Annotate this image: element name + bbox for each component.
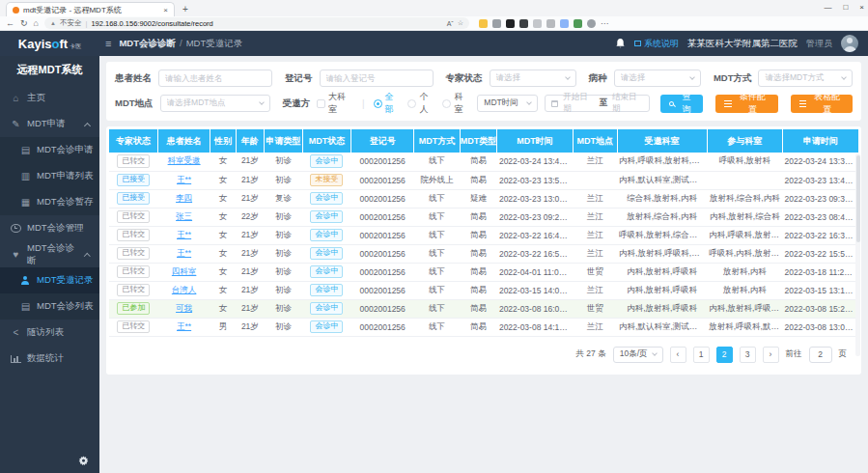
- patient-name-link[interactable]: 科室受邀: [168, 155, 201, 165]
- extension-icon[interactable]: [519, 19, 528, 28]
- radio-icon: [374, 99, 382, 108]
- date-range-picker[interactable]: 开始日期 至 结束日期: [545, 95, 651, 112]
- sidebar-item[interactable]: ▤MDT会诊列表: [0, 293, 99, 320]
- patient-name-input[interactable]: [158, 70, 272, 87]
- minimize-window-button[interactable]: —: [824, 3, 831, 12]
- close-window-button[interactable]: ×: [859, 3, 864, 12]
- bell-icon[interactable]: [615, 38, 626, 49]
- patient-name-link[interactable]: 王**: [177, 321, 191, 331]
- sidebar-item[interactable]: MDT受邀记录: [0, 267, 99, 293]
- sidebar-item[interactable]: ▤MDT会诊申请: [0, 137, 99, 163]
- patient-name-link[interactable]: 王**: [177, 230, 191, 239]
- sidebar-item[interactable]: <随访列表: [0, 320, 99, 346]
- radio-dept[interactable]: 科室: [442, 91, 470, 116]
- sidebar-item[interactable]: ✎MDT申请: [0, 111, 99, 137]
- radio-personal[interactable]: 个人: [407, 91, 435, 116]
- url-text: 192.168.0.156:9002/consultate/record: [91, 19, 442, 28]
- extension-icon[interactable]: [533, 19, 542, 28]
- browser-tab-strip: mdt受邀记录 - 远程MDT系统 × + —□×: [0, 0, 868, 16]
- time-type-select[interactable]: MDT时间: [477, 95, 537, 112]
- browser-tab[interactable]: mdt受邀记录 - 远程MDT系统 ×: [6, 2, 175, 16]
- split-screen-icon[interactable]: [560, 19, 569, 28]
- table-scrollbar[interactable]: [855, 153, 860, 356]
- mdt-mode-select[interactable]: 请选择MDT方式: [758, 70, 853, 87]
- cell-place: [573, 171, 617, 189]
- back-icon[interactable]: ←: [6, 18, 14, 28]
- sidebar-item[interactable]: ▥MDT申请列表: [0, 163, 99, 189]
- cell-invited: 内科,放射科,呼吸科,影像科: [617, 244, 707, 263]
- page-button-3[interactable]: 3: [740, 347, 756, 363]
- cell-expert: 已接受: [109, 189, 157, 208]
- goto-page-input[interactable]: [809, 347, 832, 363]
- patient-name-link[interactable]: 台湾人: [172, 285, 197, 294]
- system-title: 远程MDT系统: [0, 56, 99, 85]
- cell-time: 2022-03-22 16:50:00: [497, 244, 573, 263]
- extension-icon[interactable]: [479, 19, 488, 28]
- sidebar-item[interactable]: MDT会诊管理: [0, 215, 99, 241]
- table-config-button[interactable]: 表格配置: [791, 95, 853, 113]
- cell-time: 2022-03-23 09:20:00: [497, 208, 573, 226]
- new-tab-button[interactable]: +: [182, 2, 188, 16]
- extension-icon[interactable]: [546, 19, 555, 28]
- sidebar-item[interactable]: ▦MDT会诊暂存: [0, 189, 99, 215]
- user-avatar[interactable]: [841, 35, 858, 52]
- radio-all[interactable]: 全部: [374, 91, 402, 116]
- sidebar-item[interactable]: ♥MDT会诊诊断: [0, 241, 99, 267]
- security-warning-icon: ▲: [50, 20, 56, 26]
- settings-gear-icon[interactable]: [78, 456, 89, 466]
- patient-name-link[interactable]: 李四: [176, 193, 192, 203]
- goto-label: 前往: [786, 348, 802, 360]
- collapse-menu-icon[interactable]: ≡: [105, 38, 111, 49]
- browser-toolbar: ← ↻ ⌂ ▲ 不安全 | 192.168.0.156:9002/consult…: [0, 16, 868, 31]
- search-button[interactable]: 查询: [660, 95, 703, 113]
- expert-badge: 已转交: [117, 210, 150, 224]
- favorite-icon[interactable]: ☆: [458, 19, 463, 27]
- cell-status: 会诊中: [302, 281, 350, 299]
- patient-name-link[interactable]: 张三: [176, 211, 192, 221]
- read-aloud-icon[interactable]: Aˆ: [447, 20, 454, 27]
- refresh-icon[interactable]: ↻: [20, 18, 28, 28]
- user-role: 管理员: [806, 38, 832, 50]
- next-page-button[interactable]: ›: [763, 347, 779, 363]
- chevron-down-icon: [565, 74, 571, 80]
- cell-age: 21岁: [236, 171, 264, 189]
- tab-close-icon[interactable]: ×: [163, 6, 168, 14]
- cell-name: 王**: [157, 171, 210, 189]
- sidebar-item[interactable]: 数据统计: [0, 346, 99, 372]
- cell-gender: 女: [210, 244, 236, 263]
- page-button-2[interactable]: 2: [716, 347, 733, 363]
- browser-menu-icon[interactable]: ⋯: [601, 19, 609, 28]
- system-note-link[interactable]: 系统说明: [634, 38, 679, 50]
- home-icon[interactable]: ⌂: [34, 18, 39, 28]
- expert-status-select[interactable]: 请选择: [490, 70, 576, 87]
- extension-icon[interactable]: [492, 19, 501, 28]
- cell-place: 世贸: [573, 299, 617, 318]
- patient-name-link[interactable]: 王**: [177, 248, 191, 258]
- cell-visit: 初诊: [265, 244, 303, 263]
- extensions-row: ⋯: [479, 19, 609, 28]
- patient-name-link[interactable]: 可我: [176, 303, 192, 313]
- page-button-1[interactable]: 1: [693, 347, 710, 363]
- sidebar-item-label: 数据统计: [27, 352, 64, 365]
- reg-no-input[interactable]: [320, 70, 434, 87]
- extension-icon[interactable]: [506, 19, 515, 28]
- patient-name-link[interactable]: 四科室: [172, 266, 197, 276]
- address-bar[interactable]: ▲ 不安全 | 192.168.0.156:9002/consultate/re…: [44, 17, 469, 29]
- sidebar-item[interactable]: ⌂主页: [0, 85, 99, 111]
- cell-name: 张三: [157, 208, 210, 226]
- page-size-select[interactable]: 10条/页: [613, 347, 663, 363]
- cell-name: 王**: [157, 244, 210, 263]
- profile-icon[interactable]: [587, 19, 596, 28]
- patient-name-link[interactable]: 王**: [177, 175, 191, 184]
- big-dept-checkbox[interactable]: 大科室: [317, 91, 353, 116]
- extension-icon[interactable]: [574, 19, 582, 28]
- table-header-row: 专家状态患者姓名性别年龄申请类型MDT状态登记号MDT方式MDT类型MDT时间M…: [109, 129, 858, 153]
- mdt-place-select[interactable]: 请选择MDT地点: [160, 95, 270, 112]
- cell-gender: 女: [210, 171, 236, 189]
- disease-select[interactable]: 请选择: [614, 70, 701, 87]
- cell-joined: 放射科,内科: [707, 281, 782, 299]
- cell-status: 会诊中: [302, 189, 350, 208]
- maximize-window-button[interactable]: □: [843, 3, 848, 12]
- prev-page-button[interactable]: ‹: [670, 347, 686, 363]
- condition-config-button[interactable]: 条件配置: [715, 95, 777, 113]
